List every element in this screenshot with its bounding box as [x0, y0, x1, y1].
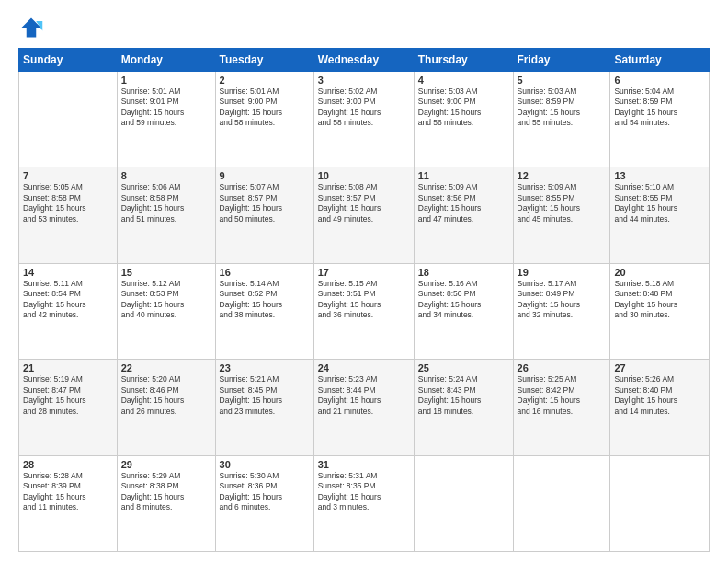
- day-info: Sunrise: 5:06 AM Sunset: 8:58 PM Dayligh…: [121, 182, 211, 224]
- day-number: 20: [614, 267, 705, 278]
- day-number: 29: [121, 459, 211, 470]
- day-cell: 25Sunrise: 5:24 AM Sunset: 8:43 PM Dayli…: [414, 360, 513, 455]
- day-info: Sunrise: 5:16 AM Sunset: 8:50 PM Dayligh…: [418, 279, 509, 321]
- day-cell: 26Sunrise: 5:25 AM Sunset: 8:42 PM Dayli…: [513, 360, 610, 455]
- logo: [18, 15, 46, 40]
- day-cell: 23Sunrise: 5:21 AM Sunset: 8:45 PM Dayli…: [215, 360, 313, 455]
- day-cell: 21Sunrise: 5:19 AM Sunset: 8:47 PM Dayli…: [19, 360, 118, 455]
- day-cell: 19Sunrise: 5:17 AM Sunset: 8:49 PM Dayli…: [513, 263, 610, 359]
- calendar-body: 1Sunrise: 5:01 AM Sunset: 9:01 PM Daylig…: [19, 72, 710, 552]
- calendar: SundayMondayTuesdayWednesdayThursdayFrid…: [18, 48, 710, 552]
- day-cell: 28Sunrise: 5:28 AM Sunset: 8:39 PM Dayli…: [19, 455, 118, 551]
- day-cell: 3Sunrise: 5:02 AM Sunset: 9:00 PM Daylig…: [313, 72, 414, 167]
- header-cell-tuesday: Tuesday: [215, 49, 313, 72]
- day-info: Sunrise: 5:09 AM Sunset: 8:55 PM Dayligh…: [518, 182, 607, 224]
- week-row-1: 7Sunrise: 5:05 AM Sunset: 8:58 PM Daylig…: [19, 167, 710, 263]
- day-info: Sunrise: 5:20 AM Sunset: 8:46 PM Dayligh…: [121, 374, 211, 417]
- day-number: 11: [418, 170, 509, 181]
- day-info: Sunrise: 5:26 AM Sunset: 8:40 PM Dayligh…: [614, 374, 705, 417]
- day-info: Sunrise: 5:08 AM Sunset: 8:57 PM Dayligh…: [318, 182, 410, 224]
- day-number: 4: [418, 75, 509, 86]
- calendar-header: SundayMondayTuesdayWednesdayThursdayFrid…: [19, 49, 710, 72]
- day-cell: 9Sunrise: 5:07 AM Sunset: 8:57 PM Daylig…: [215, 167, 313, 263]
- day-number: 24: [318, 362, 410, 373]
- day-number: 16: [220, 267, 310, 278]
- day-cell: 17Sunrise: 5:15 AM Sunset: 8:51 PM Dayli…: [313, 263, 414, 359]
- day-info: Sunrise: 5:25 AM Sunset: 8:42 PM Dayligh…: [518, 374, 607, 417]
- header-row: SundayMondayTuesdayWednesdayThursdayFrid…: [19, 49, 710, 72]
- day-cell: [610, 455, 710, 551]
- day-cell: 1Sunrise: 5:01 AM Sunset: 9:01 PM Daylig…: [117, 72, 215, 167]
- day-number: 3: [318, 75, 410, 86]
- day-cell: 5Sunrise: 5:03 AM Sunset: 8:59 PM Daylig…: [513, 72, 610, 167]
- header-cell-monday: Monday: [117, 49, 215, 72]
- day-info: Sunrise: 5:10 AM Sunset: 8:55 PM Dayligh…: [614, 182, 705, 224]
- day-cell: 24Sunrise: 5:23 AM Sunset: 8:44 PM Dayli…: [313, 360, 414, 455]
- day-info: Sunrise: 5:12 AM Sunset: 8:53 PM Dayligh…: [121, 279, 211, 321]
- day-cell: 16Sunrise: 5:14 AM Sunset: 8:52 PM Dayli…: [215, 263, 313, 359]
- day-cell: 4Sunrise: 5:03 AM Sunset: 9:00 PM Daylig…: [414, 72, 513, 167]
- day-number: 17: [318, 267, 410, 278]
- day-info: Sunrise: 5:01 AM Sunset: 9:00 PM Dayligh…: [220, 86, 310, 129]
- day-number: 27: [614, 362, 705, 373]
- header-cell-thursday: Thursday: [414, 49, 513, 72]
- day-info: Sunrise: 5:23 AM Sunset: 8:44 PM Dayligh…: [318, 374, 410, 417]
- day-number: 14: [23, 267, 113, 278]
- day-cell: 29Sunrise: 5:29 AM Sunset: 8:38 PM Dayli…: [117, 455, 215, 551]
- day-cell: 6Sunrise: 5:04 AM Sunset: 8:59 PM Daylig…: [610, 72, 710, 167]
- day-info: Sunrise: 5:24 AM Sunset: 8:43 PM Dayligh…: [418, 374, 509, 417]
- header-cell-sunday: Sunday: [19, 49, 118, 72]
- day-cell: [513, 455, 610, 551]
- header-cell-friday: Friday: [513, 49, 610, 72]
- day-number: 5: [518, 75, 607, 86]
- week-row-0: 1Sunrise: 5:01 AM Sunset: 9:01 PM Daylig…: [19, 72, 710, 167]
- day-cell: 2Sunrise: 5:01 AM Sunset: 9:00 PM Daylig…: [215, 72, 313, 167]
- day-info: Sunrise: 5:17 AM Sunset: 8:49 PM Dayligh…: [518, 279, 607, 321]
- day-cell: [414, 455, 513, 551]
- day-number: 28: [23, 459, 113, 470]
- day-cell: 31Sunrise: 5:31 AM Sunset: 8:35 PM Dayli…: [313, 455, 414, 551]
- day-cell: 18Sunrise: 5:16 AM Sunset: 8:50 PM Dayli…: [414, 263, 513, 359]
- day-info: Sunrise: 5:01 AM Sunset: 9:01 PM Dayligh…: [121, 86, 211, 129]
- day-info: Sunrise: 5:11 AM Sunset: 8:54 PM Dayligh…: [23, 279, 113, 321]
- day-info: Sunrise: 5:19 AM Sunset: 8:47 PM Dayligh…: [23, 374, 113, 417]
- day-info: Sunrise: 5:15 AM Sunset: 8:51 PM Dayligh…: [318, 279, 410, 321]
- day-number: 19: [518, 267, 607, 278]
- day-number: 9: [220, 170, 310, 181]
- day-cell: 14Sunrise: 5:11 AM Sunset: 8:54 PM Dayli…: [19, 263, 118, 359]
- day-number: 13: [614, 170, 705, 181]
- day-number: 22: [121, 362, 211, 373]
- day-info: Sunrise: 5:09 AM Sunset: 8:56 PM Dayligh…: [418, 182, 509, 224]
- day-number: 1: [121, 75, 211, 86]
- day-info: Sunrise: 5:03 AM Sunset: 8:59 PM Dayligh…: [518, 86, 607, 129]
- day-info: Sunrise: 5:29 AM Sunset: 8:38 PM Dayligh…: [121, 471, 211, 513]
- day-number: 31: [318, 459, 410, 470]
- day-number: 21: [23, 362, 113, 373]
- day-cell: 30Sunrise: 5:30 AM Sunset: 8:36 PM Dayli…: [215, 455, 313, 551]
- day-cell: 12Sunrise: 5:09 AM Sunset: 8:55 PM Dayli…: [513, 167, 610, 263]
- calendar-table: SundayMondayTuesdayWednesdayThursdayFrid…: [18, 48, 710, 552]
- day-cell: 13Sunrise: 5:10 AM Sunset: 8:55 PM Dayli…: [610, 167, 710, 263]
- day-number: 15: [121, 267, 211, 278]
- header-cell-saturday: Saturday: [610, 49, 710, 72]
- week-row-3: 21Sunrise: 5:19 AM Sunset: 8:47 PM Dayli…: [19, 360, 710, 455]
- day-info: Sunrise: 5:21 AM Sunset: 8:45 PM Dayligh…: [220, 374, 310, 417]
- day-cell: 22Sunrise: 5:20 AM Sunset: 8:46 PM Dayli…: [117, 360, 215, 455]
- day-number: 10: [318, 170, 410, 181]
- header-cell-wednesday: Wednesday: [313, 49, 414, 72]
- day-number: 2: [220, 75, 310, 86]
- day-number: 30: [220, 459, 310, 470]
- day-number: 7: [23, 170, 113, 181]
- week-row-4: 28Sunrise: 5:28 AM Sunset: 8:39 PM Dayli…: [19, 455, 710, 551]
- day-cell: 8Sunrise: 5:06 AM Sunset: 8:58 PM Daylig…: [117, 167, 215, 263]
- svg-marker-0: [22, 18, 41, 38]
- day-info: Sunrise: 5:18 AM Sunset: 8:48 PM Dayligh…: [614, 279, 705, 321]
- week-row-2: 14Sunrise: 5:11 AM Sunset: 8:54 PM Dayli…: [19, 263, 710, 359]
- day-info: Sunrise: 5:05 AM Sunset: 8:58 PM Dayligh…: [23, 182, 113, 224]
- day-number: 12: [518, 170, 607, 181]
- page: SundayMondayTuesdayWednesdayThursdayFrid…: [0, 0, 728, 563]
- day-info: Sunrise: 5:28 AM Sunset: 8:39 PM Dayligh…: [23, 471, 113, 513]
- day-number: 6: [614, 75, 705, 86]
- logo-icon: [18, 15, 44, 40]
- day-number: 8: [121, 170, 211, 181]
